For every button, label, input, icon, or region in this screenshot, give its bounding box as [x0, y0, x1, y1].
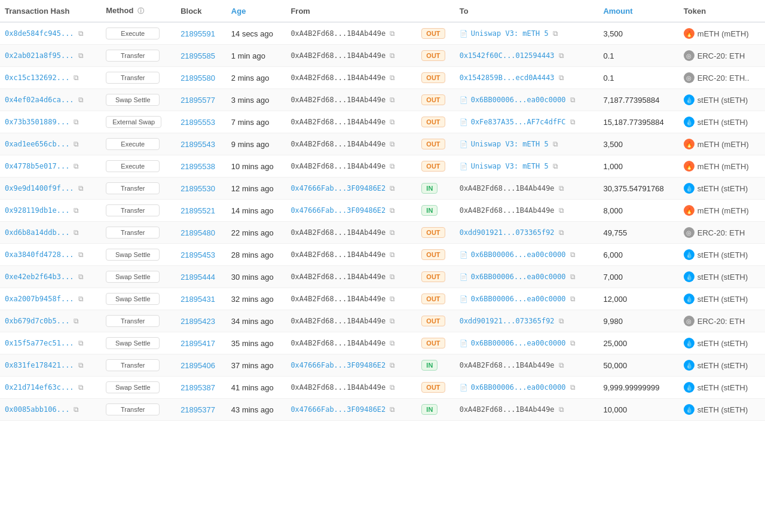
col-header-age[interactable]: Age: [227, 0, 286, 22]
to-address-link[interactable]: Uniswap V3: mETH 5: [471, 162, 549, 170]
copy-icon[interactable]: ⧉: [553, 140, 558, 148]
block-link[interactable]: 21895417: [180, 339, 215, 348]
copy-icon[interactable]: ⧉: [559, 317, 564, 325]
copy-icon[interactable]: ⧉: [74, 206, 79, 215]
block-link[interactable]: 21895377: [180, 405, 215, 414]
block-link[interactable]: 21895530: [180, 184, 215, 193]
copy-icon[interactable]: ⧉: [390, 250, 395, 259]
copy-icon[interactable]: ⧉: [559, 74, 564, 82]
copy-icon[interactable]: ⧉: [559, 206, 564, 215]
copy-icon[interactable]: ⧉: [78, 250, 84, 259]
copy-icon[interactable]: ⧉: [390, 339, 395, 347]
block-link[interactable]: 21895543: [180, 140, 215, 149]
copy-icon[interactable]: ⧉: [390, 162, 395, 170]
tx-hash-link[interactable]: 0xc15c132692...: [5, 74, 69, 82]
block-link[interactable]: 21895591: [180, 29, 215, 38]
to-address-link[interactable]: 0x1542859B...ecd0A4443: [460, 74, 555, 82]
copy-icon[interactable]: ⧉: [390, 228, 395, 237]
to-address-link[interactable]: 0x6BB00006...ea00c0000: [471, 339, 566, 347]
copy-icon[interactable]: ⧉: [78, 295, 84, 303]
copy-icon[interactable]: ⧉: [390, 51, 395, 60]
copy-icon[interactable]: ⧉: [570, 96, 576, 104]
to-address-link[interactable]: 0x6BB00006...ea00c0000: [471, 250, 566, 259]
tx-hash-link[interactable]: 0x15f5a77ec51...: [5, 339, 74, 347]
block-link[interactable]: 21895553: [180, 118, 215, 127]
to-address-link[interactable]: 0xdd901921...073365f92: [460, 317, 555, 325]
block-link[interactable]: 21895431: [180, 295, 215, 304]
tx-hash-link[interactable]: 0x2ab021a8f95...: [5, 51, 74, 60]
copy-icon[interactable]: ⧉: [570, 250, 576, 259]
tx-hash-link[interactable]: 0xa3840fd4728...: [5, 250, 74, 259]
block-link[interactable]: 21895585: [180, 51, 215, 60]
to-address-link[interactable]: 0xFe837A35...AF7c4dfFC: [471, 118, 566, 126]
copy-icon[interactable]: ⧉: [390, 295, 395, 303]
from-address[interactable]: 0x47666Fab...3F09486E2: [290, 184, 385, 192]
copy-icon[interactable]: ⧉: [78, 51, 84, 60]
copy-icon[interactable]: ⧉: [74, 162, 79, 170]
from-address[interactable]: 0x47666Fab...3F09486E2: [290, 361, 385, 369]
tx-hash-link[interactable]: 0x73b3501889...: [5, 118, 69, 126]
to-address-link[interactable]: 0x6BB00006...ea00c0000: [471, 295, 566, 303]
tx-hash-link[interactable]: 0xa2007b9458f...: [5, 295, 74, 303]
to-address-link[interactable]: Uniswap V3: mETH 5: [471, 29, 549, 38]
block-link[interactable]: 21895406: [180, 361, 215, 370]
copy-icon[interactable]: ⧉: [74, 317, 79, 325]
tx-hash-link[interactable]: 0xad1ee656cb...: [5, 140, 69, 148]
to-address-link[interactable]: 0x6BB00006...ea00c0000: [471, 273, 566, 281]
copy-icon[interactable]: ⧉: [390, 140, 395, 148]
copy-icon[interactable]: ⧉: [78, 184, 84, 192]
tx-hash-link[interactable]: 0x831fe178421...: [5, 361, 74, 369]
tx-hash-link[interactable]: 0x928119db1e...: [5, 206, 69, 215]
block-link[interactable]: 21895480: [180, 228, 215, 237]
copy-icon[interactable]: ⧉: [74, 405, 79, 414]
block-link[interactable]: 21895423: [180, 317, 215, 326]
copy-icon[interactable]: ⧉: [78, 96, 84, 104]
copy-icon[interactable]: ⧉: [390, 96, 395, 104]
from-address[interactable]: 0x47666Fab...3F09486E2: [290, 405, 385, 414]
copy-icon[interactable]: ⧉: [390, 184, 395, 192]
copy-icon[interactable]: ⧉: [570, 273, 576, 281]
info-icon[interactable]: ⓘ: [137, 7, 144, 14]
tx-hash-link[interactable]: 0x9e9d1400f9f...: [5, 184, 74, 192]
copy-icon[interactable]: ⧉: [78, 273, 84, 281]
to-address-link[interactable]: 0x6BB00006...ea00c0000: [471, 96, 566, 104]
copy-icon[interactable]: ⧉: [390, 273, 395, 281]
to-address-link[interactable]: 0x1542f60C...012594443: [460, 51, 555, 60]
copy-icon[interactable]: ⧉: [74, 74, 79, 82]
block-link[interactable]: 21895577: [180, 96, 215, 105]
copy-icon[interactable]: ⧉: [390, 405, 395, 414]
to-address-link[interactable]: Uniswap V3: mETH 5: [471, 140, 549, 148]
copy-icon[interactable]: ⧉: [390, 361, 395, 369]
to-address-link[interactable]: 0x6BB00006...ea00c0000: [471, 383, 566, 392]
copy-icon[interactable]: ⧉: [559, 228, 564, 237]
copy-icon[interactable]: ⧉: [390, 383, 395, 392]
block-link[interactable]: 21895580: [180, 74, 215, 82]
copy-icon[interactable]: ⧉: [390, 29, 395, 38]
to-address-link[interactable]: 0xdd901921...073365f92: [460, 228, 555, 237]
copy-icon[interactable]: ⧉: [78, 361, 84, 369]
tx-hash-link[interactable]: 0x0085abb106...: [5, 405, 69, 414]
copy-icon[interactable]: ⧉: [78, 29, 84, 38]
copy-icon[interactable]: ⧉: [553, 162, 558, 170]
tx-hash-link[interactable]: 0x4ef02a4d6ca...: [5, 96, 74, 104]
copy-icon[interactable]: ⧉: [78, 339, 84, 347]
copy-icon[interactable]: ⧉: [570, 295, 576, 303]
tx-hash-link[interactable]: 0xd6b8a14ddb...: [5, 228, 69, 237]
copy-icon[interactable]: ⧉: [559, 184, 564, 192]
copy-icon[interactable]: ⧉: [559, 361, 564, 369]
copy-icon[interactable]: ⧉: [570, 339, 576, 347]
copy-icon[interactable]: ⧉: [390, 118, 395, 126]
copy-icon[interactable]: ⧉: [78, 383, 84, 392]
block-link[interactable]: 21895453: [180, 250, 215, 259]
block-link[interactable]: 21895387: [180, 383, 215, 392]
copy-icon[interactable]: ⧉: [553, 29, 558, 38]
from-address[interactable]: 0x47666Fab...3F09486E2: [290, 206, 385, 215]
tx-hash-link[interactable]: 0x4778b5e017...: [5, 162, 69, 170]
copy-icon[interactable]: ⧉: [390, 317, 395, 325]
copy-icon[interactable]: ⧉: [390, 74, 395, 82]
tx-hash-link[interactable]: 0x8de584fc945...: [5, 29, 74, 38]
copy-icon[interactable]: ⧉: [74, 228, 79, 237]
copy-icon[interactable]: ⧉: [74, 118, 79, 126]
copy-icon[interactable]: ⧉: [390, 206, 395, 215]
block-link[interactable]: 21895444: [180, 273, 215, 282]
